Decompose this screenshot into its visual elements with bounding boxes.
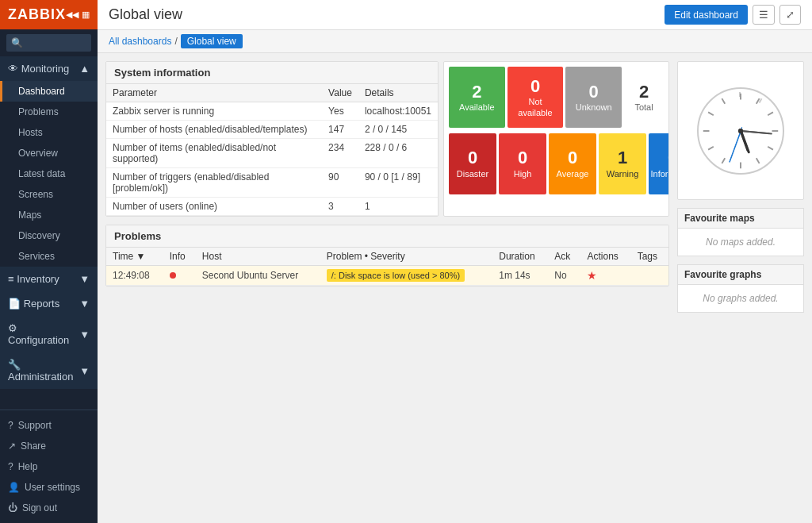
- system-info-header: System information: [106, 62, 438, 84]
- administration-icon: 🔧: [8, 359, 21, 371]
- table-row: Zabbix server is running Yes localhost:1…: [106, 102, 438, 121]
- topbar-actions: Edit dashboard ☰ ⤢: [665, 5, 801, 25]
- search-input[interactable]: [6, 34, 91, 52]
- nav-item-dashboard[interactable]: Dashboard: [0, 81, 98, 102]
- edit-dashboard-button[interactable]: Edit dashboard: [665, 5, 748, 25]
- sidebar: ZABBIX ◀◀ ▦ 👁 Monitoring ▲ Dashboard Pro…: [0, 0, 98, 523]
- sysinfo-col-value: Value: [322, 84, 358, 102]
- user-settings-label: User settings: [25, 482, 80, 493]
- sidebar-bottom-share[interactable]: ↗ Share: [0, 436, 98, 456]
- sysinfo-row3-value: 90: [322, 168, 358, 198]
- high-label: High: [514, 169, 532, 179]
- problem-info: [163, 266, 196, 286]
- action-star-icon[interactable]: ★: [587, 269, 597, 282]
- sidebar-bottom-support[interactable]: ? Support: [0, 415, 98, 436]
- expand-button[interactable]: ⤢: [779, 5, 801, 25]
- sysinfo-row4-value: 3: [322, 198, 358, 216]
- problems-col-problem: Problem • Severity: [320, 248, 492, 266]
- sidebar-bottom-sign-out[interactable]: ⏻ Sign out: [0, 498, 98, 518]
- status-high: 0 High: [499, 133, 546, 194]
- status-available: 2 Available: [449, 67, 505, 128]
- breadcrumb-current: Global view: [181, 34, 243, 48]
- problem-time[interactable]: 12:49:08: [106, 266, 163, 286]
- menu-toggle-icon[interactable]: ▦: [82, 10, 90, 20]
- nav-item-discovery-label: Discovery: [18, 230, 60, 241]
- svg-line-2: [768, 112, 773, 115]
- sysinfo-row2-param: Number of items (enabled/disabled/not su…: [106, 139, 322, 168]
- problems-col-ack: Ack: [548, 248, 580, 266]
- average-label: Average: [557, 169, 589, 179]
- nav-item-maps[interactable]: Maps: [0, 205, 98, 225]
- nav-item-hosts[interactable]: Hosts: [0, 122, 98, 143]
- monitoring-chevron: ▲: [79, 63, 90, 75]
- sign-out-icon: ⏻: [8, 502, 17, 513]
- warning-count: 1: [618, 148, 627, 168]
- problems-col-info: Info: [163, 248, 196, 266]
- share-label: Share: [21, 440, 46, 452]
- configuration-chevron: ▼: [79, 329, 90, 340]
- status-panel: 2 Available 0 Not available 0 Unknown: [443, 61, 669, 217]
- configuration-group-header[interactable]: ⚙ Configuration ▼: [0, 316, 98, 352]
- breadcrumb: All dashboards / Global view: [98, 30, 812, 53]
- favourite-graphs-header: Favourite graphs: [678, 265, 803, 285]
- sysinfo-row2-details: 228 / 0 / 6: [358, 139, 438, 168]
- reports-group-header[interactable]: 📄 Reports ▼: [0, 291, 98, 316]
- nav-item-problems[interactable]: Problems: [0, 102, 98, 122]
- sidebar-bottom-help[interactable]: ? Help: [0, 456, 98, 477]
- sysinfo-col-param: Parameter: [106, 84, 322, 102]
- nav-item-screens[interactable]: Screens: [0, 184, 98, 205]
- status-information: 0 Information: [649, 133, 669, 194]
- unknown-count: 0: [589, 82, 599, 102]
- sidebar-bottom-user-settings[interactable]: 👤 User settings: [0, 477, 98, 498]
- nav-item-services[interactable]: Services: [0, 246, 98, 267]
- nav-item-latest-data[interactable]: Latest data: [0, 163, 98, 184]
- sysinfo-row0-value: Yes: [322, 102, 358, 121]
- problem-badge[interactable]: /: Disk space is low (used > 80%): [327, 269, 465, 282]
- nav-item-discovery[interactable]: Discovery: [0, 225, 98, 246]
- status-unknown: 0 Unknown: [565, 67, 622, 128]
- status-disaster: 0 Disaster: [449, 133, 496, 194]
- nav-item-problems-label: Problems: [18, 106, 59, 117]
- support-label: Support: [18, 420, 52, 431]
- disaster-label: Disaster: [457, 169, 488, 179]
- problems-panel: Problems Time ▼ Info Host Problem • Seve…: [105, 225, 669, 286]
- problem-host[interactable]: Second Ubuntu Server: [196, 266, 320, 286]
- sign-out-label: Sign out: [22, 502, 57, 513]
- nav-item-overview[interactable]: Overview: [0, 143, 98, 163]
- sysinfo-row0-details: localhost:10051: [358, 102, 438, 121]
- average-count: 0: [568, 148, 577, 168]
- reports-label: Reports: [24, 298, 60, 310]
- table-row: Number of hosts (enabled/disabled/templa…: [106, 121, 438, 139]
- breadcrumb-all-dashboards[interactable]: All dashboards: [109, 36, 171, 47]
- help-icon: ?: [8, 461, 13, 472]
- sysinfo-row4-details: 1: [358, 198, 438, 216]
- warning-label: Warning: [607, 169, 639, 179]
- svg-line-11: [722, 98, 725, 104]
- problem-ack[interactable]: No: [548, 266, 580, 286]
- logo-text: ZABBIX: [8, 6, 66, 23]
- problem-tags: [631, 266, 668, 286]
- content-left: System information Parameter Value Detai…: [105, 61, 669, 515]
- table-row: Number of triggers (enabled/disabled [pr…: [106, 168, 438, 198]
- system-info-table: Parameter Value Details Zabbix server is…: [106, 84, 438, 216]
- administration-chevron: ▼: [79, 365, 90, 377]
- inventory-group-header[interactable]: ≡ Inventory ▼: [0, 267, 98, 291]
- svg-line-7: [722, 158, 725, 163]
- status-average: 0 Average: [549, 133, 596, 194]
- problems-table: Time ▼ Info Host Problem • Severity Dura…: [106, 248, 668, 286]
- collapse-icon[interactable]: ◀◀: [66, 10, 79, 20]
- inventory-label: Inventory: [17, 273, 59, 285]
- inventory-chevron: ▼: [79, 273, 90, 285]
- nav-item-overview-label: Overview: [18, 148, 58, 159]
- favourite-maps-panel: Favourite maps No maps added.: [677, 208, 804, 256]
- monitoring-group-header[interactable]: 👁 Monitoring ▲: [0, 56, 98, 81]
- configuration-icon: ⚙: [8, 322, 17, 334]
- svg-line-8: [708, 146, 714, 149]
- administration-group-header[interactable]: 🔧 Administration ▼: [0, 352, 98, 389]
- list-view-button[interactable]: ☰: [753, 5, 775, 25]
- share-icon: ↗: [8, 440, 16, 452]
- user-settings-icon: 👤: [8, 482, 20, 493]
- status-warning: 1 Warning: [599, 133, 646, 194]
- nav-monitoring-section: 👁 Monitoring ▲ Dashboard Problems Hosts …: [0, 56, 98, 267]
- not-available-count: 0: [530, 76, 540, 97]
